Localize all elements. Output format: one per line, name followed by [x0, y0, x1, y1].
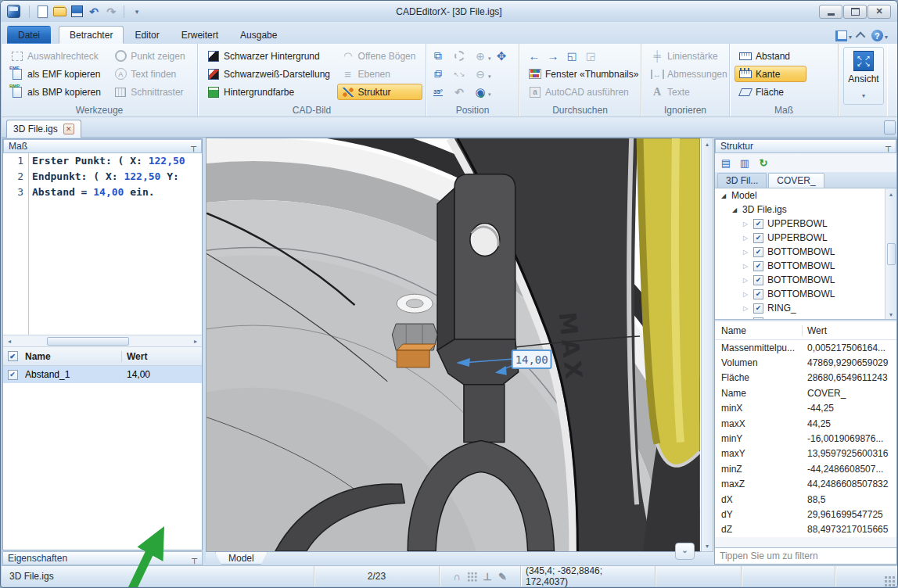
- minimize-button[interactable]: [819, 5, 842, 19]
- model-sheet-tab[interactable]: Model: [215, 552, 268, 565]
- ribbon-button[interactable]: Offene Bögen: [337, 48, 422, 64]
- tree-expander-icon[interactable]: [731, 206, 738, 213]
- tree-checkbox[interactable]: [753, 303, 763, 314]
- tree-item[interactable]: BOTTOMBOWL: [715, 245, 896, 259]
- property-row[interactable]: minZ -44,2486608507...: [715, 461, 896, 476]
- dropdown-arrow-icon[interactable]: [487, 85, 491, 99]
- ribbon-tab[interactable]: Betrachter: [59, 26, 124, 44]
- dropdown-arrow-icon[interactable]: [487, 49, 491, 63]
- tree-item[interactable]: UPPERBOWL: [715, 231, 896, 245]
- nav-icon-button[interactable]: [584, 48, 598, 64]
- table-row[interactable]: Abstand_1 14,00: [3, 366, 202, 383]
- column-header-name[interactable]: Name: [715, 325, 803, 336]
- ribbon-icon-button[interactable]: [452, 84, 473, 100]
- ribbon-icon-button[interactable]: [431, 84, 452, 100]
- close-document-icon[interactable]: ✕: [63, 124, 74, 134]
- property-row[interactable]: dY 29,961699547725: [715, 507, 896, 522]
- ribbon-tab[interactable]: Editor: [124, 26, 170, 44]
- ribbon-button[interactable]: Punkt zeigen: [110, 48, 194, 64]
- quick-access-more-button[interactable]: ▾: [130, 5, 144, 19]
- app-icon[interactable]: [7, 5, 20, 18]
- ribbon-button[interactable]: Auswahlrechteck: [6, 48, 110, 64]
- nav-icon-button[interactable]: [565, 48, 579, 64]
- tree-checkbox[interactable]: [753, 275, 763, 285]
- pin-icon[interactable]: [191, 142, 196, 151]
- property-row[interactable]: dZ 88,4973217015665: [715, 522, 896, 537]
- tree-expander-icon[interactable]: [742, 220, 749, 228]
- scrollbar-thumb[interactable]: [887, 243, 896, 265]
- tree-checkbox[interactable]: [753, 233, 763, 243]
- ribbon-button[interactable]: Linienstärke: [646, 48, 732, 64]
- filter-input[interactable]: [715, 548, 896, 564]
- property-row[interactable]: minY -16,0019069876...: [715, 431, 896, 446]
- column-header-wert[interactable]: Wert: [122, 351, 202, 362]
- tree-expander-icon[interactable]: [742, 277, 749, 284]
- ribbon-button[interactable]: als BMP kopieren: [6, 84, 110, 100]
- ribbon-button[interactable]: AutoCAD ausführen: [524, 84, 643, 100]
- collapse-ribbon-icon[interactable]: [858, 32, 865, 39]
- close-button[interactable]: ✕: [867, 5, 891, 19]
- nav-icon-button[interactable]: [527, 48, 541, 64]
- ribbon-button[interactable]: Text finden: [110, 66, 194, 82]
- property-row[interactable]: Massenmittelpu... 0,005217506164...: [715, 340, 896, 355]
- ribbon-icon-button[interactable]: [452, 48, 473, 64]
- tree-expander-icon[interactable]: [742, 249, 749, 256]
- tree-item[interactable]: BOTTOMBOWL: [715, 259, 896, 273]
- column-header-wert[interactable]: Wert: [803, 325, 896, 336]
- select-all-checkbox[interactable]: [8, 351, 18, 361]
- curve-snap-icon[interactable]: ∩: [453, 571, 460, 583]
- restore-button[interactable]: [843, 5, 867, 19]
- tree-item[interactable]: 3D File.igs: [715, 203, 896, 217]
- split-horizontal-icon[interactable]: [718, 156, 734, 170]
- property-row[interactable]: maxY 13,9597925600316: [715, 446, 896, 461]
- scroll-right-icon[interactable]: ▸: [189, 335, 202, 346]
- scrollbar-thumb[interactable]: [47, 337, 129, 346]
- save-button[interactable]: [70, 5, 84, 19]
- scroll-down-icon[interactable]: ▾: [885, 309, 896, 320]
- ribbon-button[interactable]: als EMF kopieren: [6, 66, 110, 82]
- mass-panel-header[interactable]: Maß: [3, 139, 202, 153]
- property-row[interactable]: Volumen 47869,9290659029: [715, 355, 896, 370]
- ribbon-icon-button[interactable]: [431, 48, 452, 64]
- scroll-down-icon[interactable]: ▾: [701, 540, 713, 551]
- grid-snap-icon[interactable]: [467, 572, 477, 582]
- ribbon-button[interactable]: Schwarzweiß-Darstellung: [203, 66, 337, 82]
- pin-icon[interactable]: [192, 554, 197, 563]
- tree-expander-icon[interactable]: [742, 305, 749, 312]
- ribbon-button[interactable]: Schnittraster: [110, 84, 194, 100]
- ribbon-button[interactable]: Schwarzer Hintergrund: [203, 48, 337, 64]
- expand-panel-button[interactable]: [675, 543, 695, 560]
- ribbon-button[interactable]: Texte: [646, 84, 732, 100]
- tree-expander-icon[interactable]: [742, 263, 749, 270]
- property-row[interactable]: dX 88,5: [715, 492, 896, 507]
- redo-button[interactable]: ↷: [104, 5, 118, 19]
- ortho-icon[interactable]: ⊥: [483, 571, 492, 583]
- measurement-log[interactable]: 1 Erster Punkt: ( X: 122,50 2 Endpunkt: …: [3, 153, 202, 335]
- ribbon-button[interactable]: Kante: [735, 66, 806, 82]
- tree-checkbox[interactable]: [753, 261, 763, 271]
- ribbon-tab[interactable]: Datei: [7, 26, 51, 44]
- dropdown-arrow-icon[interactable]: [487, 67, 491, 81]
- split-vertical-icon[interactable]: [737, 156, 753, 170]
- ribbon-icon-button[interactable]: [494, 48, 515, 64]
- tree-checkbox[interactable]: [753, 219, 763, 229]
- ribbon-icon-button[interactable]: [431, 66, 452, 82]
- new-file-button[interactable]: [35, 5, 49, 19]
- tree-scrollbar[interactable]: ▴ ▾: [885, 188, 896, 320]
- undo-button[interactable]: ↶: [87, 5, 101, 19]
- tree-expander-icon[interactable]: [742, 291, 749, 298]
- struktur-tab[interactable]: 3D Fil...: [717, 173, 767, 188]
- eigenschaften-bar[interactable]: Eigenschaften: [2, 551, 203, 565]
- tree-expander-icon[interactable]: [742, 235, 749, 242]
- struktur-tab[interactable]: COVER_: [768, 173, 824, 188]
- tree-checkbox[interactable]: [753, 289, 763, 299]
- property-row[interactable]: Fläche 28680,6549611243: [715, 371, 896, 385]
- ribbon-button[interactable]: Ebenen: [337, 66, 422, 82]
- tree-expander-icon[interactable]: [742, 319, 749, 321]
- refresh-icon[interactable]: [756, 156, 771, 170]
- tree-item[interactable]: BOTTOMBOWL: [715, 287, 896, 301]
- horizontal-scrollbar[interactable]: ◂ ▸: [3, 335, 202, 347]
- open-file-button[interactable]: [52, 5, 66, 19]
- scroll-left-icon[interactable]: ◂: [3, 335, 16, 346]
- 3d-viewport[interactable]: 14,00 MAX: [206, 138, 701, 552]
